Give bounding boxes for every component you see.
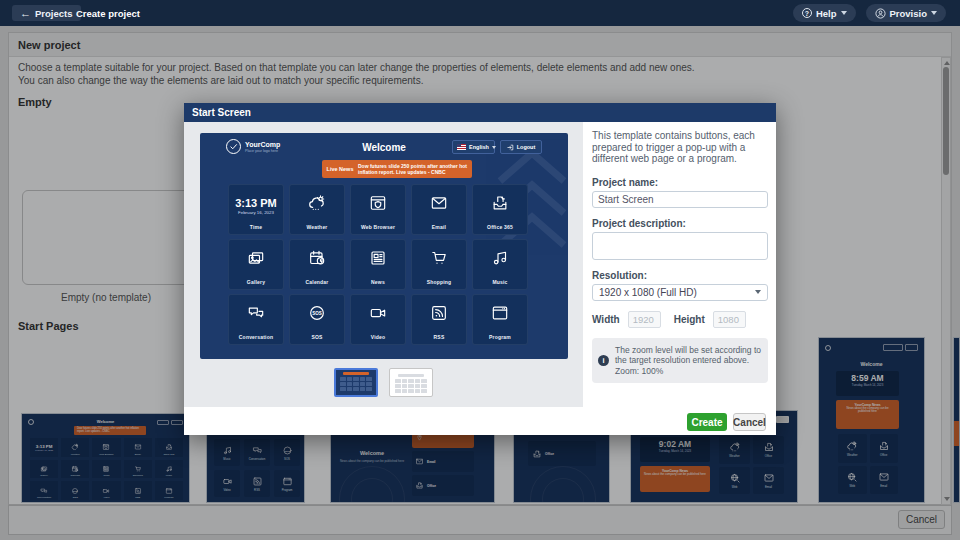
preview-clock-date: February 16, 2023	[238, 210, 274, 215]
browser-icon	[368, 193, 388, 213]
tile-time: 3:13 PM February 16, 2023 Time	[228, 184, 284, 235]
tile-rss: RSS	[411, 294, 467, 345]
tile-web-browser: Web Browser	[350, 184, 406, 235]
chevron-down-icon	[841, 11, 847, 15]
logout-icon	[507, 144, 514, 151]
ticker-text: Dow futures slide 250 points after anoth…	[358, 163, 472, 176]
page-thumbnail-dark[interactable]	[334, 368, 378, 397]
shopping-icon	[429, 248, 449, 268]
projects-label: Projects	[35, 8, 73, 19]
svg-text:SOS: SOS	[312, 311, 322, 316]
resolution-select[interactable]: 1920 x 1080 (Full HD)	[592, 284, 768, 301]
dialog-title: Start Screen	[184, 103, 776, 122]
height-label: Height	[674, 314, 705, 325]
topbar-right: ? Help Provisio	[793, 4, 946, 22]
tile-shopping: Shopping	[411, 239, 467, 290]
email-icon	[429, 193, 449, 213]
back-arrow-icon: ←	[20, 8, 31, 19]
chevron-down-icon	[492, 146, 496, 149]
help-button[interactable]: ? Help	[793, 4, 856, 22]
logout-button: Logout	[500, 140, 542, 154]
create-button[interactable]: Create	[687, 413, 727, 431]
tile-news: News	[350, 239, 406, 290]
gallery-icon	[246, 248, 266, 268]
video-icon	[368, 303, 388, 323]
width-label: Width	[592, 314, 620, 325]
program-icon	[490, 303, 510, 323]
rss-icon	[429, 303, 449, 323]
tile-music: Music	[472, 239, 528, 290]
tile-sos: SOS SOS	[289, 294, 345, 345]
width-input[interactable]	[628, 311, 661, 328]
info-icon: i	[598, 355, 609, 366]
topbar: ← Projects Create project ? Help Provisi…	[0, 0, 960, 26]
zoom-info-box: i The zoom level will be set according t…	[592, 338, 768, 384]
news-icon	[368, 248, 388, 268]
zoom-note: The zoom level will be set according to …	[615, 345, 761, 366]
app-screen: ← Projects Create project ? Help Provisi…	[0, 0, 960, 540]
office-icon	[490, 193, 510, 213]
resolution-value: 1920 x 1080 (Full HD)	[599, 287, 697, 298]
live-news-ticker: Live News Dow futures slide 250 points a…	[322, 160, 472, 178]
sos-icon: SOS	[307, 303, 327, 323]
user-menu-button[interactable]: Provisio	[866, 4, 947, 22]
user-icon	[875, 8, 886, 19]
start-screen-dialog: Start Screen YourComp Place your logo he…	[184, 103, 776, 435]
project-name-label: Project name:	[592, 177, 768, 188]
project-form-panel: This template contains buttons, each pre…	[583, 122, 776, 407]
music-icon	[490, 248, 510, 268]
tile-weather: Weather	[289, 184, 345, 235]
cancel-button[interactable]: Cancel	[733, 413, 766, 431]
template-preview-panel: YourComp Place your logo here Welcome En…	[184, 122, 583, 407]
calendar-icon	[307, 248, 327, 268]
us-flag-icon	[457, 144, 466, 150]
tile-calendar: Calendar	[289, 239, 345, 290]
project-name-input[interactable]	[592, 191, 768, 208]
chevron-down-icon	[755, 290, 761, 294]
dialog-footer: Create Cancel	[184, 407, 776, 435]
language-selector: English	[452, 140, 495, 154]
preview-clock-time: 3:13 PM	[235, 197, 277, 209]
weather-icon	[307, 193, 327, 213]
tile-program: Program	[472, 294, 528, 345]
page-thumbnail-light[interactable]	[389, 368, 433, 397]
back-to-projects-button[interactable]: ← Projects	[12, 5, 81, 21]
conversation-icon	[246, 303, 266, 323]
tile-conversation: Conversation	[228, 294, 284, 345]
ticker-label: Live News	[322, 166, 358, 172]
tile-gallery: Gallery	[228, 239, 284, 290]
page-thumbnails	[184, 368, 583, 397]
template-description: This template contains buttons, each pre…	[592, 130, 768, 165]
tile-office-365: Office 365	[472, 184, 528, 235]
preview-tile-grid: 3:13 PM February 16, 2023 Time Weather W…	[228, 184, 528, 345]
chevron-down-icon	[931, 11, 937, 15]
help-icon: ?	[802, 8, 812, 18]
tile-email: Email	[411, 184, 467, 235]
tab-create-project[interactable]: Create project	[76, 0, 140, 26]
resolution-label: Resolution:	[592, 270, 768, 281]
zoom-value: Zoom: 100%	[615, 366, 663, 376]
project-description-label: Project description:	[592, 218, 768, 229]
dimensions-row: Width Height	[592, 311, 768, 328]
project-description-input[interactable]	[592, 232, 768, 260]
tile-video: Video	[350, 294, 406, 345]
template-preview: YourComp Place your logo here Welcome En…	[200, 133, 568, 359]
height-input[interactable]	[713, 311, 746, 328]
